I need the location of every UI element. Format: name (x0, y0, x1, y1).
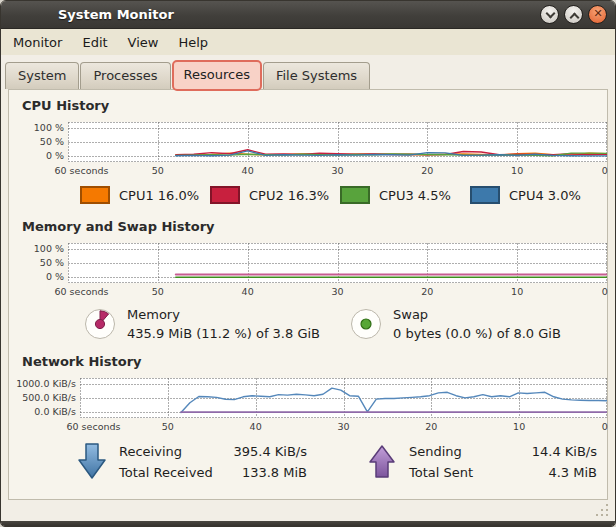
minimize-button[interactable] (540, 5, 559, 24)
network-plot (80, 378, 607, 418)
memory-history-title: Memory and Swap History (22, 219, 607, 234)
menu-bar: Monitor Edit View Help (1, 29, 615, 55)
y-tick: 500.0 KiB/s (22, 392, 76, 404)
cpu-plot (68, 122, 607, 162)
x-tick: 60 seconds (55, 286, 109, 297)
cpu2-label: CPU2 16.3% (249, 188, 329, 203)
tab-processes[interactable]: Processes (80, 62, 170, 89)
y-tick: 1000.0 KiB/s (16, 378, 76, 390)
tab-resources[interactable]: Resources (172, 60, 262, 91)
cpu2-legend-item[interactable]: CPU2 16.3% (210, 186, 340, 204)
y-tick: 0 % (46, 271, 64, 283)
x-tick: 30 (337, 421, 349, 432)
total-received-value: 133.8 MiB (223, 465, 307, 480)
x-tick: 30 (331, 286, 343, 297)
y-tick: 100 % (34, 243, 64, 255)
swap-label: Swap (393, 307, 561, 322)
x-tick: 10 (513, 421, 525, 432)
menu-edit[interactable]: Edit (74, 31, 115, 54)
x-tick: 50 (152, 165, 164, 176)
window-title: System Monitor (1, 7, 540, 22)
swap-value: 0 bytes (0.0 %) of 8.0 GiB (393, 326, 561, 341)
y-tick: 100 % (34, 122, 64, 134)
memory-pie-icon (83, 307, 117, 341)
close-button[interactable]: ✕ (588, 5, 607, 24)
total-received-label: Total Received (119, 465, 223, 480)
x-tick: 0 (602, 165, 608, 176)
x-tick: 20 (421, 165, 433, 176)
titlebar[interactable]: System Monitor ✕ (1, 1, 615, 29)
y-tick: 0 % (46, 150, 64, 162)
x-tick: 30 (331, 165, 343, 176)
sending-group: Sending 14.4 KiB/s Total Sent 4.3 MiB (367, 441, 597, 483)
menu-view[interactable]: View (120, 31, 167, 54)
tab-strip: System Processes Resources File Systems (1, 55, 615, 89)
sending-value: 14.4 KiB/s (509, 444, 597, 459)
chevron-up-icon (569, 12, 579, 22)
cpu4-color-swatch[interactable] (470, 186, 500, 204)
memory-value: 435.9 MiB (11.2 %) of 3.8 GiB (127, 326, 320, 341)
memory-x-axis: 60 seconds50403020100 (68, 286, 607, 299)
cpu1-color-swatch[interactable] (80, 186, 110, 204)
network-x-axis: 60 seconds50403020100 (80, 421, 607, 434)
network-history-title: Network History (22, 354, 607, 369)
memory-plot (68, 243, 607, 283)
cpu-history-title: CPU History (22, 98, 607, 113)
network-info: Receiving 395.4 KiB/s Total Received 133… (75, 441, 607, 483)
swap-pie-icon (349, 307, 383, 341)
y-tick: 0.0 KiB/s (34, 406, 76, 418)
y-tick: 50 % (40, 136, 64, 148)
window-bottom-edge (1, 521, 615, 526)
cpu3-color-swatch[interactable] (340, 186, 370, 204)
receiving-group: Receiving 395.4 KiB/s Total Received 133… (75, 441, 307, 483)
x-tick: 50 (152, 286, 164, 297)
status-bar (1, 500, 615, 521)
total-sent-label: Total Sent (409, 465, 509, 480)
cpu4-label: CPU4 3.0% (509, 188, 581, 203)
system-monitor-window: System Monitor ✕ Monitor Edit View Help … (0, 0, 616, 527)
x-tick: 40 (250, 421, 262, 432)
cpu1-legend-item[interactable]: CPU1 16.0% (80, 186, 210, 204)
tab-system[interactable]: System (5, 62, 79, 89)
receiving-arrow-down-icon (75, 441, 109, 483)
x-tick: 60 seconds (55, 165, 109, 176)
x-tick: 0 (602, 286, 608, 297)
x-tick: 40 (242, 165, 254, 176)
y-tick: 50 % (40, 257, 64, 269)
chevron-down-icon (545, 8, 555, 18)
memory-label: Memory (127, 307, 320, 322)
cpu4-legend-item[interactable]: CPU4 3.0% (470, 186, 600, 204)
x-tick: 10 (511, 165, 523, 176)
memory-swap-info: Memory 435.9 MiB (11.2 %) of 3.8 GiB Swa… (83, 307, 607, 341)
maximize-button[interactable] (564, 5, 583, 24)
receiving-value: 395.4 KiB/s (223, 444, 307, 459)
x-tick: 40 (242, 286, 254, 297)
x-tick: 50 (162, 421, 174, 432)
swap-info: Swap 0 bytes (0.0 %) of 8.0 GiB (349, 307, 561, 341)
cpu-history-graph: 100 % 50 % 0 % 60 seconds50403020100 (9, 122, 607, 178)
x-tick: 20 (421, 286, 433, 297)
sending-label: Sending (409, 444, 509, 459)
x-tick: 60 seconds (67, 421, 121, 432)
sending-arrow-up-icon (367, 442, 397, 482)
memory-history-graph: 100 % 50 % 0 % 60 seconds50403020100 (9, 243, 607, 299)
receiving-label: Receiving (119, 444, 223, 459)
total-sent-value: 4.3 MiB (509, 465, 597, 480)
cpu-legend: CPU1 16.0% CPU2 16.3% CPU3 4.5% CPU4 3.0… (80, 186, 607, 204)
tab-file-systems[interactable]: File Systems (263, 62, 370, 89)
cpu2-color-swatch[interactable] (210, 186, 240, 204)
menu-monitor[interactable]: Monitor (5, 31, 70, 54)
resources-panel: CPU History 100 % 50 % 0 % 60 seconds504… (8, 89, 608, 500)
menu-help[interactable]: Help (170, 31, 216, 54)
x-tick: 10 (511, 286, 523, 297)
cpu-x-axis: 60 seconds50403020100 (68, 165, 607, 178)
cpu1-label: CPU1 16.0% (119, 188, 199, 203)
cpu3-label: CPU3 4.5% (379, 188, 451, 203)
close-icon: ✕ (594, 7, 603, 20)
window-controls: ✕ (540, 5, 615, 24)
resize-grip[interactable] (595, 503, 609, 517)
memory-info: Memory 435.9 MiB (11.2 %) of 3.8 GiB (83, 307, 349, 341)
cpu3-legend-item[interactable]: CPU3 4.5% (340, 186, 470, 204)
x-tick: 0 (602, 421, 608, 432)
x-tick: 20 (425, 421, 437, 432)
